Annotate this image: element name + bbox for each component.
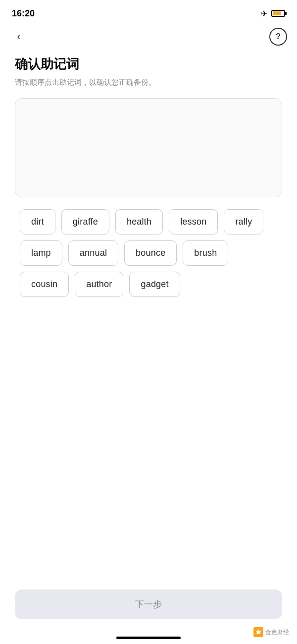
help-icon: ?	[276, 32, 281, 42]
word-chip-author[interactable]: author	[75, 272, 123, 297]
home-indicator	[116, 637, 181, 639]
status-bar: 16:20 ✈	[0, 0, 297, 25]
word-chip-dirt[interactable]: dirt	[20, 209, 55, 234]
selection-area	[15, 98, 282, 197]
word-chip-bounce[interactable]: bounce	[124, 240, 177, 266]
page-subtitle: 请按顺序点击助记词，以确认您正确备份。	[15, 77, 282, 88]
watermark-logo: 金	[253, 627, 263, 637]
page-title: 确认助记词	[15, 56, 282, 73]
word-chip-health[interactable]: health	[115, 209, 163, 234]
next-button[interactable]: 下一步	[15, 589, 282, 619]
watermark-text: 金色财经	[265, 628, 289, 637]
help-button[interactable]: ?	[269, 28, 287, 46]
status-time: 16:20	[12, 8, 35, 19]
word-chip-giraffe[interactable]: giraffe	[61, 209, 109, 234]
airplane-icon: ✈	[261, 9, 267, 18]
back-icon: ‹	[17, 31, 20, 42]
word-chip-rally[interactable]: rally	[224, 209, 263, 234]
watermark: 金 金色财经	[253, 627, 289, 637]
words-grid: dirtgiraffehealthlessonrallylampannualbo…	[15, 209, 282, 297]
word-chip-lamp[interactable]: lamp	[20, 240, 62, 266]
word-chip-lesson[interactable]: lesson	[169, 209, 218, 234]
nav-bar: ‹ ?	[0, 25, 297, 51]
page-content: 确认助记词 请按顺序点击助记词，以确认您正确备份。 dirtgiraffehea…	[0, 51, 297, 297]
word-chip-annual[interactable]: annual	[68, 240, 118, 266]
word-chip-brush[interactable]: brush	[183, 240, 228, 266]
back-button[interactable]: ‹	[10, 28, 28, 46]
battery-icon	[271, 10, 285, 17]
status-icons: ✈	[261, 9, 285, 18]
word-chip-cousin[interactable]: cousin	[20, 272, 69, 297]
bottom-area: 下一步	[0, 589, 297, 619]
word-chip-gadget[interactable]: gadget	[129, 272, 180, 297]
